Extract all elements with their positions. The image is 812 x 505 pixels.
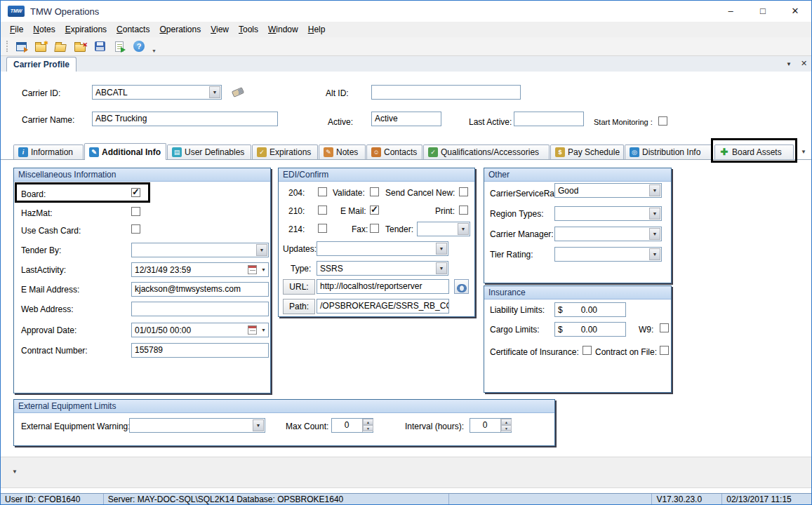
carrier-id-select[interactable]: ABCATL ▼ [92,85,222,100]
tab-board-assets[interactable]: Board Assets [714,144,794,159]
carrier-name-field[interactable]: ABC Trucking [92,112,278,126]
close-button[interactable]: ✕ [779,1,811,22]
alt-id-field[interactable] [371,85,521,100]
region-types-select[interactable]: ▼ [554,206,662,221]
tab-distribution-info[interactable]: Distribution Info [625,144,712,159]
tab-list-chevron-icon[interactable]: ▼ [786,61,792,67]
close-tab-icon[interactable]: ✕ [801,59,807,68]
tab-user-definables[interactable]: User Definables [167,144,251,159]
start-monitoring-checkbox[interactable] [658,116,667,126]
tab-expirations[interactable]: Expirations [252,144,318,159]
type-select[interactable]: SSRS ▼ [317,261,448,276]
send-cancel-new-label: Send Cancel New: [385,188,455,198]
help-button[interactable] [132,39,146,53]
print-checkbox[interactable] [459,206,468,215]
fax-checkbox[interactable] [370,224,379,233]
external-equipment-warning-select[interactable]: ▼ [129,418,265,433]
open-folder-icon [54,44,67,52]
chevron-down-icon: ▼ [649,208,660,220]
new-button[interactable] [34,39,48,53]
hazmat-checkbox[interactable] [131,207,140,216]
information-icon [18,147,28,157]
approval-date-field[interactable]: 01/01/50 00:00 ▼ [131,323,269,337]
w9-checkbox[interactable] [660,323,669,332]
menu-view[interactable]: View [206,22,234,37]
eraser-icon[interactable] [232,87,244,97]
menu-operations[interactable]: Operations [154,22,206,37]
toolbar-overflow-chevron-icon[interactable]: ▼ [152,48,157,53]
exit-button[interactable] [14,39,28,53]
spin-down-icon[interactable]: ▼ [363,425,373,431]
calendar-icon[interactable] [248,265,257,274]
tab-additional-info[interactable]: Additional Info [84,143,166,160]
contract-on-file-checkbox[interactable] [660,346,669,355]
web-address-field[interactable] [131,302,269,316]
open-button[interactable] [53,39,67,53]
tier-rating-select[interactable]: ▼ [554,247,662,262]
menu-notes[interactable]: Notes [28,22,60,37]
spin-down-icon[interactable]: ▼ [501,425,512,431]
tender-select[interactable]: ▼ [417,222,470,236]
carrier-id-label: Carrier ID: [22,88,60,98]
use-cash-card-checkbox[interactable] [131,224,140,234]
path-button[interactable]: Path: [283,299,315,314]
menu-window[interactable]: Window [263,22,303,37]
spin-up-icon[interactable]: ▲ [501,419,512,425]
menu-bar: File Notes Expirations Contacts Operatio… [1,22,811,37]
tab-label: Expirations [269,147,311,157]
export-button[interactable] [112,39,126,53]
maximize-button[interactable]: □ [747,1,779,22]
validate-checkbox[interactable] [370,187,379,196]
tender-by-select[interactable]: ▼ [131,243,269,257]
email-address-field[interactable]: kjackson@tmwsystems.com [131,282,269,297]
bottom-toolbar-chevron-icon[interactable]: ▼ [12,469,18,475]
carrier-profile-tab[interactable]: Carrier Profile [6,57,76,72]
url-button[interactable]: URL: [283,279,315,295]
active-field[interactable]: Active [371,112,441,126]
tender-label: Tender: [385,224,413,234]
minimize-button[interactable]: – [714,1,747,22]
tab-overflow-chevron-icon[interactable]: ▼ [801,149,806,155]
menu-tools[interactable]: Tools [234,22,263,37]
spin-up-icon[interactable]: ▲ [363,419,373,425]
contract-number-field[interactable]: 155789 [131,343,269,358]
cargo-limits-field[interactable]: $ 0.00 [554,322,626,337]
external-equipment-panel: External Equipment Limits External Equip… [13,399,555,446]
edi-204-checkbox[interactable] [318,187,327,196]
certificate-of-insurance-checkbox[interactable] [583,346,592,355]
tab-pay-schedule[interactable]: Pay Schedule [550,144,624,159]
send-cancel-new-checkbox[interactable] [459,187,468,196]
board-checkbox[interactable] [131,188,140,197]
menu-file[interactable]: File [5,22,28,37]
interval-hours-stepper[interactable]: 0 ▲▼ [470,418,512,433]
tab-notes[interactable]: Notes [319,144,366,159]
max-count-stepper[interactable]: 0 ▲▼ [331,418,373,433]
menu-contacts[interactable]: Contacts [112,22,154,37]
menu-expirations[interactable]: Expirations [60,22,112,37]
tab-information[interactable]: Information [13,144,84,159]
calendar-icon[interactable] [248,325,257,335]
tab-qualifications[interactable]: Qualifications/Accessories [423,144,550,159]
chevron-down-icon[interactable]: ▼ [261,267,266,272]
save-button[interactable] [93,39,107,53]
user-definables-icon [172,147,182,157]
edi-210-checkbox[interactable] [318,206,327,215]
last-active-field[interactable] [514,112,584,126]
path-field[interactable]: /OPSBROKERAGE/SSRS_RB_CONFI [317,299,449,314]
qualifications-icon [428,147,438,157]
cargo-limits-label: Cargo Limits: [490,325,540,335]
carrier-manager-select[interactable]: ▼ [554,227,662,241]
updates-select[interactable]: ▼ [317,241,448,256]
edi-214-checkbox[interactable] [318,224,327,233]
menu-help[interactable]: Help [303,22,331,37]
chevron-down-icon[interactable]: ▼ [261,328,266,332]
tab-contacts[interactable]: Contacts [366,144,422,159]
carrier-service-rating-select[interactable]: Good ▼ [554,183,662,198]
alt-id-label: Alt ID: [326,88,349,98]
open-url-button[interactable] [454,279,469,294]
url-field[interactable]: http://localhost/reportserver [317,279,449,294]
liability-limits-field[interactable]: $ 0.00 [554,302,626,317]
last-activity-date-field[interactable]: 12/31/49 23:59 ▼ [131,262,269,277]
delete-button[interactable] [73,39,87,53]
edi-email-checkbox[interactable] [370,206,379,215]
